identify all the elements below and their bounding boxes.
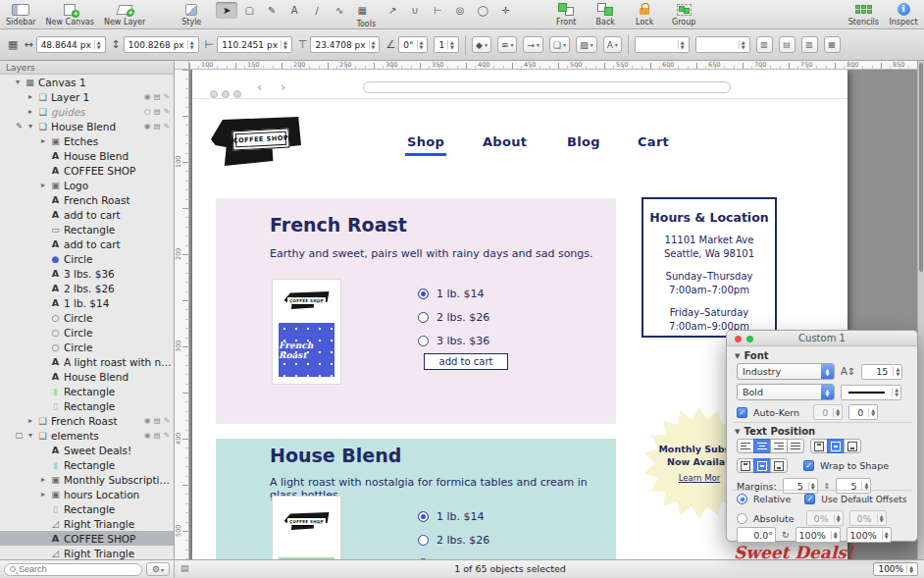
font-size-stepper[interactable]: ▲▼ (893, 367, 901, 376)
valign-top-segment[interactable] (810, 439, 828, 453)
stroke-width-stepper[interactable]: ▲▼ (678, 40, 687, 49)
scale-field[interactable]: 1▲▼ (434, 36, 459, 53)
product-option[interactable]: 2 lbs. $26 (418, 533, 489, 547)
font-size-field[interactable]: 15▲▼ (861, 364, 902, 380)
rotation-field[interactable]: 0.0° (737, 527, 776, 543)
absolute-x-field[interactable]: 0%▲▼ (806, 510, 844, 526)
subscription-learn-more[interactable]: Learn Mor (679, 472, 721, 485)
layer-row[interactable]: ▸▣Logo (0, 178, 174, 192)
layer-row[interactable]: ◿Right Triangle (0, 546, 174, 559)
height-stepper[interactable]: ▲▼ (369, 40, 378, 49)
kern-field-1[interactable]: 0▲▼ (813, 404, 843, 420)
lock-button[interactable]: Lock (630, 2, 659, 26)
action-tool[interactable]: ◎ (449, 2, 471, 19)
layer-row[interactable]: ▭Rectangle (0, 222, 174, 236)
angle-field[interactable]: ∠ 0°▲▼ (385, 36, 428, 53)
radio-selected[interactable] (418, 511, 429, 522)
align-left-button[interactable]: ▥ (756, 36, 773, 53)
stroke-stepper[interactable]: ▲▼ (892, 388, 900, 396)
visibility-icon[interactable]: ◉ (144, 416, 151, 425)
disclosure-triangle[interactable]: ▸ (39, 136, 47, 145)
layer-row[interactable]: ▸▣Etches (0, 133, 174, 148)
freehand-tool[interactable]: ∿ (329, 2, 350, 19)
layer-row[interactable]: Aadd to cart (0, 236, 174, 251)
layer-row[interactable]: ▸❑Layer 1◉▤✎ (0, 89, 174, 104)
align-justify-segment[interactable] (787, 439, 804, 453)
dimension-tool[interactable]: ⊢ (427, 2, 448, 19)
layer-row[interactable]: AA light roast with nostalgia f... (0, 354, 174, 369)
search-input[interactable] (19, 564, 136, 574)
valign-bottom-segment[interactable] (844, 439, 861, 453)
magnet-tool[interactable]: ∪ (404, 2, 426, 19)
y-position-field[interactable]: ↕ 100.8268 px▲▼ (112, 36, 199, 53)
height-field[interactable]: ⊤ 23.4708 px▲▼ (298, 36, 381, 53)
layer-row[interactable]: ACOFFEE SHOP (0, 531, 174, 546)
x-stepper[interactable]: ▲▼ (94, 40, 103, 49)
house-blend-product-card[interactable]: COFFEE SHOP (272, 496, 341, 559)
print-icon[interactable]: ▤ (154, 122, 161, 131)
layer-row[interactable]: A1 lb. $14 (0, 295, 174, 310)
new-layer-button[interactable]: + New Layer (104, 2, 145, 26)
x-position-field[interactable]: ↔ 48.8644 px▲▼ (24, 36, 105, 53)
zoom-button[interactable] (746, 336, 753, 342)
new-canvas-button[interactable]: + New Canvas (46, 2, 94, 26)
print-icon[interactable]: ▤ (154, 92, 161, 101)
layer-row[interactable]: ○Circle (0, 340, 174, 354)
align-right-button[interactable]: ▥ (801, 36, 818, 53)
align-right-segment[interactable] (770, 439, 788, 453)
auto-kern-checkbox[interactable]: ✓ (737, 407, 747, 418)
product-option[interactable]: 1 lb. $14 (418, 509, 485, 523)
nav-item-shop[interactable]: Shop (407, 134, 444, 149)
sidebar-toggle[interactable]: Sidebar (6, 2, 36, 26)
stroke-swatch-control[interactable]: ▲▼ (841, 385, 901, 400)
pan-tool[interactable]: ✛ (494, 2, 516, 19)
layer-row[interactable]: ▢▾❑elements◉▤✎ (0, 428, 174, 443)
layer-row[interactable]: AHouse Blend (0, 148, 174, 163)
wrap-to-shape-checkbox[interactable]: ✓ (803, 460, 814, 471)
radio-unselected[interactable] (418, 336, 429, 346)
sweet-deals-text[interactable]: Sweet Deals! (734, 543, 853, 559)
visibility-icon[interactable]: ◉ (144, 122, 151, 131)
product-option[interactable]: 2 lbs. $26 (418, 310, 489, 324)
align-center-button[interactable]: ▤ (779, 36, 796, 53)
margin-vertical-field[interactable]: 5▲▼ (836, 478, 871, 494)
print-icon[interactable]: ▤ (154, 431, 161, 440)
layer-row[interactable]: AFrench Roast (0, 192, 174, 207)
french-roast-product-card[interactable]: COFFEE SHOP French Roast (272, 279, 341, 385)
shape-tool[interactable]: ▢ (238, 2, 260, 19)
lock-icon[interactable]: ✎ (164, 107, 170, 116)
layer-row[interactable]: ▯Rectangle (0, 398, 174, 413)
layer-row[interactable]: ASweet Deals! (0, 443, 174, 457)
disclosure-triangle[interactable]: ▸ (39, 181, 47, 189)
text-position-header[interactable]: ▼ Text Position (735, 426, 815, 437)
layer-row[interactable]: ○Circle (0, 325, 174, 340)
disclosure-triangle[interactable]: ▾ (26, 122, 34, 131)
table-tool[interactable]: ▦ (351, 2, 373, 19)
connector-tool[interactable]: ↗ (382, 2, 403, 19)
stencils-button[interactable]: Stencils (848, 2, 879, 26)
width-field[interactable]: ⊢ 110.2451 px▲▼ (205, 36, 292, 53)
font-weight-dropdown[interactable]: Bold▲▼ (737, 384, 835, 400)
send-back-button[interactable]: Back (590, 2, 620, 26)
scale-stepper[interactable]: ▲▼ (447, 40, 456, 49)
group-button[interactable]: Group (669, 2, 698, 26)
scale-x-field[interactable]: 100%▲▼ (796, 527, 841, 543)
fill-style-dropdown[interactable]: ◆▾ (472, 36, 491, 53)
flow-bottom-segment[interactable] (770, 458, 788, 473)
layer-row[interactable]: ACOFFEE SHOP (0, 163, 174, 178)
stroke-style-dropdown[interactable]: ≡▾ (497, 36, 518, 53)
opacity-field[interactable]: ▲▼ (695, 36, 750, 53)
disclosure-triangle[interactable]: ▾ (26, 431, 34, 440)
disclosure-triangle[interactable]: ▼ (735, 428, 740, 436)
stroke-width-field[interactable]: ▲▼ (635, 36, 690, 53)
font-section-header[interactable]: ▼ Font (735, 350, 769, 361)
disclosure-triangle[interactable]: ▼ (735, 352, 740, 360)
layer-row[interactable]: Aadd to cart (0, 207, 174, 222)
relative-radio[interactable] (737, 494, 747, 504)
inspect-button[interactable]: i Inspect (889, 2, 918, 26)
bring-front-button[interactable]: Front (551, 2, 581, 26)
nav-item-about[interactable]: About (483, 134, 527, 149)
inspector-titlebar[interactable]: Custom 1 (727, 331, 917, 346)
product-option[interactable]: 1 lb. $14 (418, 287, 485, 300)
house-blend-section[interactable]: House Blend A light roast with nostalgia… (216, 439, 616, 559)
